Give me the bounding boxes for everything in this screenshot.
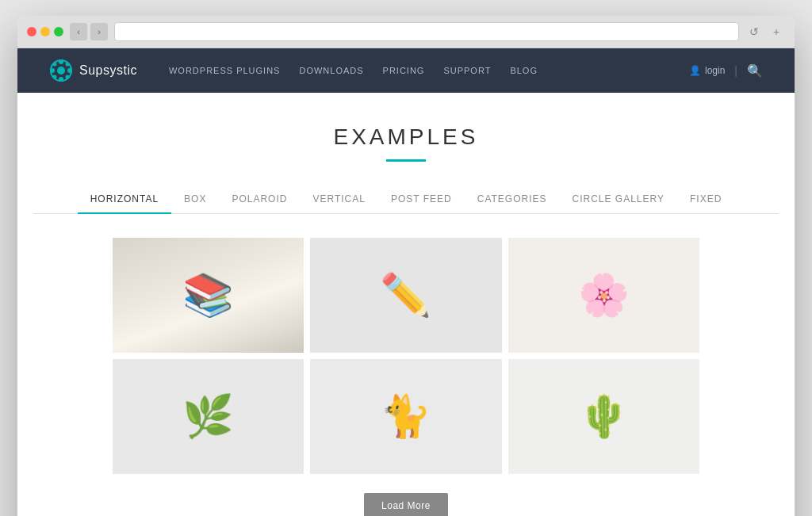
top-nav: Supsystic WORDPRESS PLUGINS DOWNLOADS PR… xyxy=(17,48,795,93)
gallery-item-2[interactable]: ✏️ xyxy=(310,238,501,353)
nav-link-downloads[interactable]: DOWNLOADS xyxy=(299,66,363,75)
back-button[interactable]: ‹ xyxy=(70,23,87,40)
nav-links: WORDPRESS PLUGINS DOWNLOADS PRICING SUPP… xyxy=(169,66,689,75)
browser-window: ‹ › ↺ + xyxy=(17,16,795,516)
dot-red[interactable] xyxy=(27,27,36,36)
tab-post-feed[interactable]: POST FEED xyxy=(378,185,465,214)
tab-polaroid[interactable]: POLAROID xyxy=(219,185,300,214)
svg-point-9 xyxy=(66,75,70,79)
gallery-image-2: ✏️ xyxy=(310,238,501,353)
tab-box[interactable]: BOX xyxy=(171,185,219,214)
browser-toolbar: ‹ › ↺ + xyxy=(17,16,795,48)
svg-point-7 xyxy=(66,63,70,67)
nav-link-blog[interactable]: BLOG xyxy=(510,66,538,75)
page-content: Supsystic WORDPRESS PLUGINS DOWNLOADS PR… xyxy=(17,48,795,516)
title-underline xyxy=(386,159,426,162)
svg-point-5 xyxy=(67,68,72,73)
gallery-image-4: 🌿 xyxy=(113,359,304,474)
svg-point-4 xyxy=(50,68,55,73)
address-bar[interactable] xyxy=(114,22,739,41)
load-more-button[interactable]: Load More xyxy=(364,493,448,516)
tab-navigation: HORIZONTAL BOX POLAROID VERTICAL POST FE… xyxy=(33,185,779,214)
cat-emoji: 🐈 xyxy=(380,392,431,441)
nav-link-plugins[interactable]: WORDPRESS PLUGINS xyxy=(169,66,280,75)
gallery-image-6: 🌵 xyxy=(508,359,699,474)
logo-area[interactable]: Supsystic xyxy=(49,59,137,82)
tab-circle-gallery[interactable]: CIRCLE GALLERY xyxy=(560,185,678,214)
gallery-item-5[interactable]: 🐈 xyxy=(310,359,501,474)
new-tab-button[interactable]: + xyxy=(768,23,785,40)
gallery-item-3[interactable]: 🌸 xyxy=(508,238,699,353)
browser-actions: ↺ + xyxy=(745,23,785,40)
gallery-item-4[interactable]: 🌿 xyxy=(113,359,304,474)
cactus-emoji: 🌵 xyxy=(578,392,630,441)
tab-categories[interactable]: CATEGORIES xyxy=(465,185,560,214)
tab-horizontal[interactable]: HORIZONTAL xyxy=(78,185,171,214)
browser-nav: ‹ › xyxy=(70,23,108,40)
tab-vertical[interactable]: VERTICAL xyxy=(300,185,377,214)
stationery-emoji: ✏️ xyxy=(380,271,431,319)
main-area: EXAMPLES HORIZONTAL BOX POLAROID VERTICA… xyxy=(17,93,795,516)
book-emoji: 📚 xyxy=(182,271,234,319)
flowers-emoji: 🌸 xyxy=(578,271,630,319)
nav-divider: | xyxy=(734,64,737,77)
page-title: EXAMPLES xyxy=(334,124,479,150)
gallery-item-6[interactable]: 🌵 xyxy=(508,359,699,474)
search-icon[interactable]: 🔍 xyxy=(747,63,763,78)
logo-icon xyxy=(49,59,73,82)
forward-button[interactable]: › xyxy=(90,23,108,40)
gallery-item-1[interactable]: 📚 xyxy=(113,238,304,353)
svg-point-3 xyxy=(59,77,63,82)
gallery-image-5: 🐈 xyxy=(310,359,501,474)
logo-text: Supsystic xyxy=(79,63,137,78)
nav-link-pricing[interactable]: PRICING xyxy=(383,66,425,75)
user-icon: 👤 xyxy=(689,65,701,76)
dot-green[interactable] xyxy=(54,27,63,36)
refresh-button[interactable]: ↺ xyxy=(745,23,763,40)
svg-point-2 xyxy=(59,59,63,64)
browser-dots xyxy=(27,27,63,36)
dot-yellow[interactable] xyxy=(40,27,50,36)
svg-point-8 xyxy=(53,75,57,79)
svg-point-6 xyxy=(53,63,57,67)
gallery-image-3: 🌸 xyxy=(508,238,699,353)
svg-point-1 xyxy=(57,67,65,75)
login-link[interactable]: 👤 login xyxy=(689,65,725,76)
tab-fixed[interactable]: FIXED xyxy=(677,185,734,214)
gallery-image-1: 📚 xyxy=(113,238,304,353)
gallery-grid: 📚 ✏️ 🌸 🌿 xyxy=(113,238,699,474)
leaf-emoji: 🌿 xyxy=(182,392,234,441)
nav-link-support[interactable]: SUPPORT xyxy=(443,66,491,75)
nav-right: 👤 login | 🔍 xyxy=(689,63,763,78)
